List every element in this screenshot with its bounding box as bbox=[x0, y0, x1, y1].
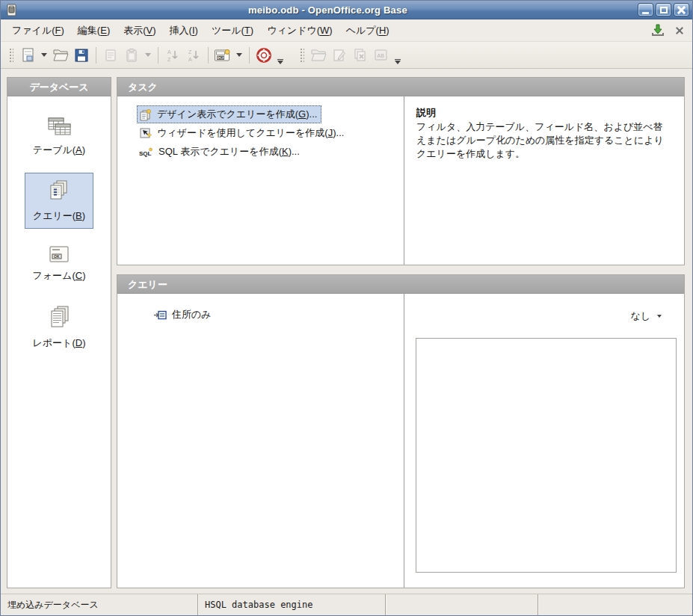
form-button[interactable]: OK bbox=[213, 46, 232, 65]
copy-button[interactable] bbox=[101, 46, 120, 65]
sidebar-item-label: テーブル(A) bbox=[33, 144, 85, 157]
close-button[interactable] bbox=[674, 3, 689, 16]
preview-dropdown[interactable]: なし bbox=[630, 309, 662, 323]
menu-view[interactable]: 表示(V) bbox=[117, 21, 162, 40]
menu-file[interactable]: ファイル(F) bbox=[5, 21, 71, 40]
save-button[interactable] bbox=[72, 46, 91, 65]
titlebar: meibo.odb - OpenOffice.org Base bbox=[1, 1, 692, 19]
open-object-button[interactable] bbox=[309, 46, 328, 65]
menu-edit[interactable]: 編集(E) bbox=[71, 21, 117, 40]
open-document-button[interactable] bbox=[51, 46, 70, 65]
queries-header: クエリー bbox=[117, 275, 684, 294]
svg-text:OK: OK bbox=[54, 254, 60, 259]
description-title: 説明 bbox=[416, 106, 672, 120]
menu-insert[interactable]: 挿入(I) bbox=[163, 21, 205, 40]
task-label: ウィザードを使用してクエリーを作成(J)... bbox=[157, 126, 344, 140]
tasks-header: タスク bbox=[117, 78, 684, 96]
paste-button[interactable] bbox=[122, 46, 141, 65]
base-main-window: meibo.odb - OpenOffice.org Base ファイル(F) … bbox=[0, 0, 693, 616]
sidebar-header: データベース bbox=[7, 78, 111, 96]
edit-object-button[interactable] bbox=[330, 46, 349, 65]
maximize-button[interactable] bbox=[656, 3, 671, 16]
form-dropdown-arrow[interactable] bbox=[234, 46, 244, 65]
svg-text:SQL: SQL bbox=[139, 150, 152, 157]
forms-icon: OK bbox=[46, 244, 73, 265]
svg-text:A: A bbox=[167, 49, 171, 55]
status-database-type: 埋め込みデータベース bbox=[1, 594, 198, 615]
task-label: SQL 表示でクエリーを作成(K)... bbox=[158, 145, 300, 158]
svg-text:AB: AB bbox=[378, 53, 385, 58]
status-segment-3 bbox=[386, 594, 538, 615]
app-icon bbox=[5, 4, 18, 16]
query-item-label: 住所のみ bbox=[172, 308, 212, 321]
help-button[interactable] bbox=[254, 46, 274, 65]
status-segment-4 bbox=[538, 594, 692, 615]
task-description: 説明 フィルタ、入力テーブル、フィールド名、および並べ替えまたはグループ化のため… bbox=[404, 96, 684, 265]
delete-object-button[interactable] bbox=[351, 46, 370, 65]
database-sidebar: データベース bbox=[7, 77, 111, 588]
preview-dropdown-value: なし bbox=[630, 309, 650, 323]
new-dropdown-arrow[interactable] bbox=[39, 46, 49, 65]
query-list: 住所のみ bbox=[117, 294, 404, 588]
tasks-panel: タスク デザイン表示でクエ bbox=[117, 77, 685, 265]
paste-dropdown-arrow[interactable] bbox=[143, 46, 153, 65]
menu-window[interactable]: ウィンドウ(W) bbox=[260, 21, 339, 40]
sidebar-item-label: フォーム(C) bbox=[33, 269, 86, 283]
task-create-query-wizard[interactable]: ウィザードを使用してクエリーを作成(J)... bbox=[137, 124, 348, 142]
task-label: デザイン表示でクエリーを作成(G)... bbox=[157, 108, 317, 121]
toolbar-grip[interactable] bbox=[8, 47, 13, 64]
window-title: meibo.odb - OpenOffice.org Base bbox=[18, 4, 638, 16]
description-body: フィルタ、入力テーブル、フィールド名、および並べ替えまたはグループ化のための属性… bbox=[416, 120, 672, 161]
sidebar-item-forms[interactable]: OK フォーム(C) bbox=[25, 238, 94, 289]
toolbar: A Z Z A OK bbox=[1, 42, 692, 69]
sidebar-item-label: クエリー(B) bbox=[33, 209, 85, 223]
chevron-down-icon bbox=[657, 315, 662, 318]
sql-view-icon: SQL bbox=[139, 147, 153, 158]
new-database-button[interactable] bbox=[18, 46, 37, 65]
query-wizard-icon bbox=[139, 127, 152, 140]
toolbar-overflow-button[interactable] bbox=[275, 58, 286, 66]
menu-tools[interactable]: ツール(T) bbox=[205, 21, 260, 40]
svg-text:OK: OK bbox=[218, 55, 224, 59]
svg-text:Z: Z bbox=[188, 49, 192, 55]
svg-text:Z: Z bbox=[167, 57, 171, 62]
update-available-icon[interactable] bbox=[650, 24, 665, 37]
menu-help[interactable]: ヘルプ(H) bbox=[339, 21, 396, 40]
content-area: データベース bbox=[1, 69, 692, 594]
minimize-button[interactable] bbox=[638, 3, 653, 16]
queries-icon bbox=[45, 179, 73, 206]
reports-icon bbox=[45, 304, 73, 333]
task-create-query-design[interactable]: デザイン表示でクエリーを作成(G)... bbox=[137, 105, 321, 123]
task-create-query-sql[interactable]: SQL SQL 表示でクエリーを作成(K)... bbox=[137, 143, 304, 161]
svg-text:A: A bbox=[188, 57, 192, 62]
statusbar: 埋め込みデータベース HSQL database engine bbox=[1, 594, 692, 615]
tables-icon bbox=[45, 114, 73, 140]
menubar: ファイル(F) 編集(E) 表示(V) 挿入(I) ツール(T) ウィンドウ(W… bbox=[1, 19, 692, 42]
close-document-button[interactable] bbox=[676, 27, 683, 34]
queries-panel: クエリー 住所のみ bbox=[117, 274, 685, 588]
preview-area bbox=[416, 338, 677, 573]
sidebar-item-tables[interactable]: テーブル(A) bbox=[25, 108, 93, 163]
sidebar-item-reports[interactable]: レポート(D) bbox=[25, 298, 94, 356]
sidebar-item-label: レポート(D) bbox=[33, 336, 86, 350]
sidebar-item-queries[interactable]: クエリー(B) bbox=[25, 173, 93, 229]
object-toolbar-grip[interactable] bbox=[299, 47, 304, 64]
query-item-icon bbox=[153, 310, 167, 320]
object-toolbar-overflow-button[interactable] bbox=[392, 58, 403, 66]
query-item-juusho-nomi[interactable]: 住所のみ bbox=[150, 307, 215, 323]
rename-object-button[interactable]: AB bbox=[372, 46, 391, 65]
task-list: デザイン表示でクエリーを作成(G)... ウィザードを使用してクエリーを作成( bbox=[117, 96, 404, 265]
query-design-icon bbox=[139, 108, 152, 121]
sort-ascending-button[interactable]: A Z bbox=[163, 46, 182, 65]
sort-descending-button[interactable]: Z A bbox=[184, 46, 203, 65]
status-database-engine: HSQL database engine bbox=[198, 594, 386, 615]
preview-pane: なし bbox=[404, 294, 684, 588]
